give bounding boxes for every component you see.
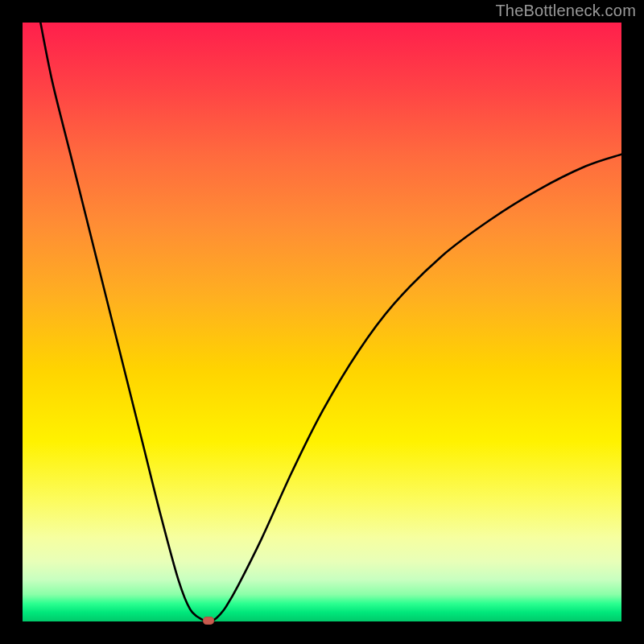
chart-frame: TheBottleneck.com bbox=[0, 0, 644, 644]
watermark-text: TheBottleneck.com bbox=[495, 2, 636, 20]
optimal-point-marker bbox=[203, 617, 214, 625]
plot-area bbox=[23, 23, 621, 621]
bottleneck-curve bbox=[23, 23, 621, 621]
